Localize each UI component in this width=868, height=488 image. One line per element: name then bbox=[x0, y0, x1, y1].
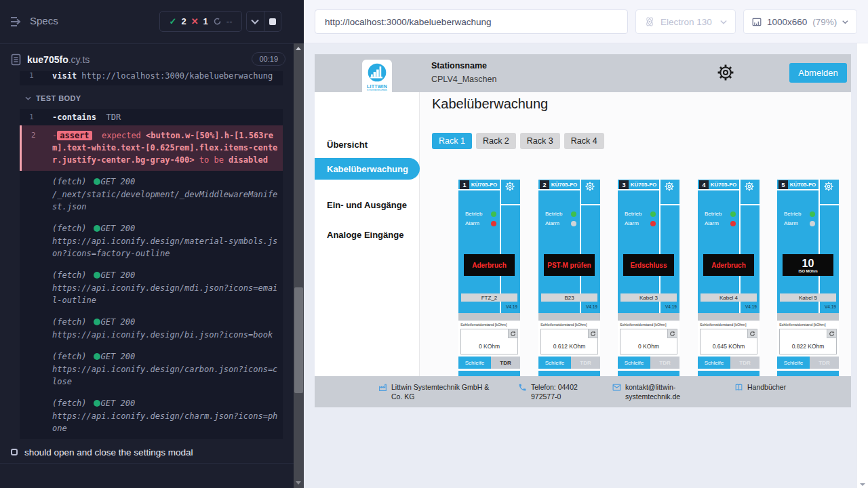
command-log: 1 visit http://localhost:3000/kabelueber… bbox=[20, 71, 283, 439]
device-card-4: 4 KÜ705-FO Betrieb Alarm Aderbruch Kabel… bbox=[698, 180, 760, 376]
rack-tabs: Rack 1 Rack 2 Rack 3 Rack 4 bbox=[432, 133, 604, 149]
rack-tab-0[interactable]: Rack 1 bbox=[432, 133, 472, 149]
refresh-button[interactable] bbox=[508, 329, 517, 338]
page-scrollbar[interactable] bbox=[857, 43, 868, 488]
sidebar-item-0[interactable]: Übersicht bbox=[315, 134, 420, 155]
fetch-url: https://api.iconify.design/carbon.json?i… bbox=[52, 363, 279, 388]
spec-file-row[interactable]: kue705fo.cy.ts 00:19 bbox=[0, 49, 294, 70]
reporter-header: Specs ✓ 2 ✕ 1 -- bbox=[0, 0, 294, 43]
refresh-icon bbox=[749, 331, 755, 337]
resistance-display: 0.612 KOhm bbox=[540, 329, 598, 354]
stop-button[interactable] bbox=[264, 12, 281, 31]
schleife-button[interactable]: Schleife bbox=[698, 357, 730, 369]
footer-item-phone[interactable]: Telefon: 04402 972577-0 bbox=[518, 382, 589, 401]
status-ok-dot bbox=[94, 400, 100, 407]
littwin-logo: LITTWIN SYSTEMTECHNIK bbox=[362, 60, 392, 99]
sidebar-item-1[interactable]: Kabelüberwachung bbox=[315, 158, 420, 180]
scrollbar-down-arrow[interactable] bbox=[296, 481, 301, 485]
fetch-log-row[interactable]: (fetch)GET 200 https://api.iconify.desig… bbox=[20, 264, 283, 311]
test-body-header[interactable]: TEST BODY bbox=[20, 85, 283, 109]
fetch-log-row[interactable]: (fetch)GET 200 https://api.iconify.desig… bbox=[20, 218, 283, 264]
status-display: PST-M prüfen bbox=[544, 254, 595, 276]
tdr-button[interactable]: TDR bbox=[650, 357, 679, 369]
app-sidebar: Übersicht Kabelüberwachung Ein- und Ausg… bbox=[315, 92, 420, 376]
rack-tab-1[interactable]: Rack 2 bbox=[476, 133, 516, 149]
status-display: 10 ISO MOhm bbox=[783, 254, 833, 276]
url-input[interactable] bbox=[315, 9, 628, 34]
footer-item-factory[interactable]: Littwin Systemtechnik GmbH & Co. KG bbox=[378, 382, 497, 401]
schleife-button[interactable]: Schleife bbox=[777, 357, 810, 369]
device-card-2: 2 KÜ705-FO Betrieb Alarm PST-M prüfen B2… bbox=[538, 180, 600, 376]
schleife-button[interactable]: Schleife bbox=[538, 357, 571, 369]
command-visit[interactable]: 1 visit http://localhost:3000/kabelueber… bbox=[20, 71, 283, 84]
command-contains[interactable]: 1-contains TDR bbox=[20, 109, 283, 125]
rack-tab-3[interactable]: Rack 4 bbox=[564, 133, 604, 149]
card-number: 5 bbox=[778, 180, 788, 189]
card-gear-icon[interactable] bbox=[664, 181, 675, 192]
card-model: KÜ705-FO bbox=[709, 182, 738, 188]
schleife-button[interactable]: Schleife bbox=[458, 357, 491, 369]
resistance-display: 0 KOhm bbox=[620, 329, 677, 354]
fetch-log-row[interactable]: (fetch)GET 200 /_next/static/development… bbox=[20, 171, 283, 218]
fetch-log-row[interactable]: (fetch)GET 200 https://api.iconify.desig… bbox=[20, 346, 283, 392]
refresh-button[interactable] bbox=[747, 329, 757, 338]
scrollbar-track[interactable] bbox=[294, 43, 304, 488]
rack-tab-2[interactable]: Rack 3 bbox=[520, 133, 560, 149]
chevron-down-icon bbox=[842, 20, 848, 24]
card-body: 3 KÜ705-FO Betrieb Alarm Erdschluss Kabe… bbox=[618, 180, 679, 313]
resistance-label: Schleifenwiderstand [kOhm] bbox=[700, 323, 746, 327]
card-number: 3 bbox=[619, 180, 629, 189]
alarm-row: Alarm bbox=[625, 220, 656, 226]
book-icon bbox=[734, 382, 743, 394]
footer-item-book[interactable]: Handbücher bbox=[734, 382, 786, 394]
cable-name: Kabel 3 bbox=[620, 293, 677, 302]
fetch-log-row[interactable]: (fetch)GET 200 https://api.iconify.desig… bbox=[20, 311, 283, 346]
tdr-button[interactable]: TDR bbox=[730, 357, 760, 369]
card-gear-icon[interactable] bbox=[744, 181, 755, 192]
tdr-button[interactable]: TDR bbox=[810, 357, 839, 369]
scrollbar-down-arrow[interactable] bbox=[860, 483, 865, 486]
resistance-value: 0.822 KOhm bbox=[780, 343, 836, 350]
refresh-button[interactable] bbox=[667, 329, 677, 338]
viewport-select[interactable]: 1000x660 (79%) bbox=[743, 9, 857, 34]
fetch-log-row[interactable]: (fetch)GET 200 https://api.iconify.desig… bbox=[20, 392, 283, 439]
card-gear-icon[interactable] bbox=[505, 181, 515, 192]
alarm-led bbox=[571, 221, 576, 226]
page-title: Kabelüberwachung bbox=[432, 96, 548, 112]
refresh-button[interactable] bbox=[827, 329, 836, 338]
footer-text: Telefon: 04402 972577-0 bbox=[531, 382, 589, 401]
tdr-button[interactable]: TDR bbox=[491, 357, 520, 369]
command-assert-failed[interactable]: 2-assert expected <button.w-[50%].h-[1.5… bbox=[20, 125, 283, 171]
alarm-led bbox=[730, 221, 736, 226]
logout-button[interactable]: Abmelden bbox=[789, 63, 847, 83]
tdr-button[interactable]: TDR bbox=[571, 357, 600, 369]
card-measure-section: Schleifenwiderstand [kOhm] 0 KOhm Schlei… bbox=[458, 321, 520, 371]
card-measure-section: Schleifenwiderstand [kOhm] 0.645 KOhm Sc… bbox=[698, 321, 760, 371]
test-body-commands: 1-contains TDR 2-assert expected <button… bbox=[20, 109, 283, 439]
sidebar-item-3[interactable]: Analoge Eingänge bbox=[315, 224, 420, 245]
refresh-icon bbox=[669, 331, 675, 337]
specs-menu-icon[interactable] bbox=[9, 16, 24, 28]
scrollbar-thumb[interactable] bbox=[294, 287, 303, 393]
schleife-button[interactable]: Schleife bbox=[618, 357, 650, 369]
spec-duration: 00:19 bbox=[252, 52, 285, 66]
betrieb-row: Betrieb bbox=[705, 211, 736, 217]
browser-select[interactable]: Electron 130 bbox=[635, 9, 736, 34]
app-footer: Littwin Systemtechnik GmbH & Co. KG Tele… bbox=[315, 376, 851, 407]
resistance-value: 0 KOhm bbox=[461, 343, 517, 350]
next-test-row[interactable]: should open and close the settings modal bbox=[0, 442, 294, 462]
settings-gear-icon[interactable] bbox=[716, 63, 735, 82]
refresh-button[interactable] bbox=[588, 329, 597, 338]
collapse-button[interactable] bbox=[247, 12, 264, 31]
specs-title: Specs bbox=[30, 15, 58, 26]
footer-item-email[interactable]: kontakt@littwin-systemtechnik.de bbox=[612, 382, 701, 401]
sidebar-item-2[interactable]: Ein- und Ausgänge bbox=[315, 194, 420, 216]
resistance-label: Schleifenwiderstand [kOhm] bbox=[779, 323, 825, 327]
alarm-row: Alarm bbox=[705, 220, 736, 226]
betrieb-row: Betrieb bbox=[465, 211, 496, 217]
card-gear-icon[interactable] bbox=[585, 181, 595, 192]
cable-name: B23 bbox=[541, 293, 597, 302]
card-gear-icon[interactable] bbox=[823, 181, 834, 192]
scrollbar-up-arrow[interactable] bbox=[296, 47, 301, 50]
device-card-5: 5 KÜ705-FO Betrieb Alarm 10 ISO MOhm Kab… bbox=[777, 180, 839, 376]
